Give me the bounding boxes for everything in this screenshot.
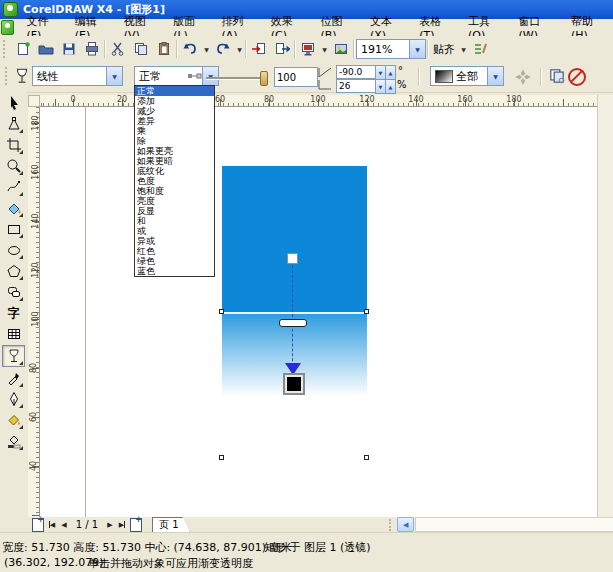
smart-fill-tool[interactable] bbox=[3, 198, 24, 218]
zoom-level-combo[interactable]: 191% ▼ bbox=[356, 39, 426, 59]
freeze-transparency-icon[interactable] bbox=[514, 68, 532, 86]
no-transparency-button[interactable] bbox=[568, 68, 586, 86]
add-page-after-icon[interactable] bbox=[130, 518, 142, 532]
shape-tool[interactable] bbox=[3, 114, 24, 134]
ellipse-tool[interactable] bbox=[3, 240, 24, 260]
next-page-button[interactable]: ▶ bbox=[104, 518, 116, 531]
copy-button[interactable] bbox=[130, 39, 152, 60]
copy-transparency-button[interactable] bbox=[548, 67, 566, 85]
welcome-screen-button[interactable] bbox=[330, 39, 352, 60]
open-button[interactable] bbox=[35, 39, 57, 60]
polygon-tool[interactable] bbox=[3, 261, 24, 281]
transparency-start-handle[interactable] bbox=[287, 253, 298, 264]
ruler-origin[interactable] bbox=[28, 95, 40, 107]
opacity-slider-track[interactable] bbox=[206, 77, 264, 80]
operation-dropdown-item[interactable]: 添加 bbox=[135, 96, 214, 106]
print-button[interactable] bbox=[81, 39, 103, 60]
transparency-operation-combo[interactable]: 正常 ▼ bbox=[134, 66, 219, 86]
export-button[interactable] bbox=[271, 39, 293, 60]
outline-tool[interactable] bbox=[3, 389, 24, 409]
options-button[interactable] bbox=[469, 39, 491, 60]
transparency-end-handle[interactable] bbox=[283, 373, 305, 395]
snap-to-button[interactable]: 贴齐 bbox=[430, 42, 458, 57]
operation-dropdown-item[interactable]: 反显 bbox=[135, 206, 214, 216]
operation-dropdown-item[interactable]: 或 bbox=[135, 226, 214, 236]
import-button[interactable] bbox=[248, 39, 270, 60]
edge-pad-spin-up[interactable]: ▲ bbox=[385, 79, 396, 94]
previous-page-button[interactable]: ◀ bbox=[58, 518, 70, 531]
standard-toolbar: ▼ ▼ ▼ 191% ▼ 贴齐 ▼ bbox=[0, 36, 613, 63]
opacity-value-field[interactable]: 100 bbox=[274, 67, 318, 87]
basic-shapes-tool[interactable] bbox=[3, 282, 24, 302]
snap-to-dropdown-arrow[interactable]: ▼ bbox=[459, 39, 468, 60]
operation-dropdown-item[interactable]: 绿色 bbox=[135, 256, 214, 266]
angle-spin-up[interactable]: ▲ bbox=[385, 65, 396, 80]
transparency-tool[interactable] bbox=[2, 345, 25, 367]
crop-tool[interactable] bbox=[3, 135, 24, 155]
operation-dropdown-item[interactable]: 正常 bbox=[135, 86, 214, 96]
chevron-down-icon[interactable]: ▼ bbox=[409, 40, 425, 58]
application-launcher-button[interactable] bbox=[297, 39, 319, 60]
selection-handle-mid-left[interactable] bbox=[219, 309, 224, 314]
angle-field[interactable]: -90.0 bbox=[336, 65, 377, 79]
selection-handle-mid-right[interactable] bbox=[364, 309, 369, 314]
table-tool[interactable] bbox=[3, 324, 24, 344]
rectangle-tool[interactable] bbox=[3, 219, 24, 239]
operation-dropdown-item[interactable]: 蓝色 bbox=[135, 266, 214, 276]
property-bar-grip[interactable] bbox=[5, 67, 10, 85]
horizontal-scrollbar-track[interactable] bbox=[415, 517, 613, 532]
paste-button[interactable] bbox=[153, 39, 175, 60]
ruler-label: 160 bbox=[31, 164, 40, 179]
application-launcher-arrow[interactable]: ▼ bbox=[320, 39, 329, 60]
chevron-down-icon[interactable]: ▼ bbox=[487, 67, 503, 85]
operation-dropdown-item[interactable]: 减少 bbox=[135, 106, 214, 116]
rectangle-object[interactable] bbox=[222, 166, 367, 312]
redo-dropdown-arrow[interactable]: ▼ bbox=[235, 39, 244, 60]
operation-dropdown-item[interactable]: 如果更暗 bbox=[135, 156, 214, 166]
operation-dropdown-item[interactable]: 底纹化 bbox=[135, 166, 214, 176]
zoom-tool[interactable] bbox=[3, 156, 24, 176]
transparency-type-combo[interactable]: 线性 ▼ bbox=[32, 66, 123, 86]
selection-handle-bottom-left[interactable] bbox=[219, 455, 224, 460]
text-tool[interactable]: 字 bbox=[3, 303, 24, 323]
toolbar-grip[interactable] bbox=[3, 40, 8, 58]
cut-button[interactable] bbox=[107, 39, 129, 60]
operation-dropdown-item[interactable]: 和 bbox=[135, 216, 214, 226]
save-button[interactable] bbox=[58, 39, 80, 60]
edge-pad-field[interactable]: 26 bbox=[336, 79, 377, 93]
first-page-button[interactable]: ◀ bbox=[46, 518, 58, 531]
operation-dropdown-item[interactable]: 差异 bbox=[135, 116, 214, 126]
transparency-target-combo[interactable]: 全部 ▼ bbox=[430, 66, 504, 86]
transparency-midpoint-slider[interactable] bbox=[279, 319, 307, 327]
operation-dropdown-item[interactable]: 异或 bbox=[135, 236, 214, 246]
drawing-canvas[interactable] bbox=[40, 107, 597, 517]
page-tab[interactable]: 页 1 bbox=[152, 517, 190, 532]
chevron-down-icon[interactable]: ▼ bbox=[202, 67, 218, 85]
scroll-left-button[interactable]: ◀ bbox=[397, 517, 414, 532]
undo-button[interactable] bbox=[179, 39, 201, 60]
selection-handle-bottom-right[interactable] bbox=[364, 455, 369, 460]
redo-button[interactable] bbox=[212, 39, 234, 60]
eyedropper-tool[interactable] bbox=[3, 368, 24, 388]
operation-dropdown-item[interactable]: 饱和度 bbox=[135, 186, 214, 196]
operation-dropdown-item[interactable]: 乘 bbox=[135, 126, 214, 136]
operation-dropdown-item[interactable]: 除 bbox=[135, 136, 214, 146]
operation-dropdown-item[interactable]: 如果更亮 bbox=[135, 146, 214, 156]
undo-dropdown-arrow[interactable]: ▼ bbox=[202, 39, 211, 60]
chevron-down-icon[interactable]: ▼ bbox=[106, 67, 122, 85]
ruler-label: 80 bbox=[29, 363, 38, 373]
operation-dropdown-item[interactable]: 色度 bbox=[135, 176, 214, 186]
opacity-slider-handle[interactable] bbox=[260, 71, 268, 86]
vertical-scrollbar[interactable] bbox=[597, 95, 613, 532]
add-page-before-icon[interactable] bbox=[32, 518, 44, 532]
new-button[interactable] bbox=[12, 39, 34, 60]
scrollbar-grip[interactable] bbox=[389, 519, 394, 531]
pick-tool[interactable] bbox=[3, 93, 24, 113]
freehand-tool[interactable] bbox=[3, 177, 24, 197]
operation-dropdown-item[interactable]: 亮度 bbox=[135, 196, 214, 206]
operation-dropdown-item[interactable]: 红色 bbox=[135, 246, 214, 256]
interactive-fill-tool[interactable] bbox=[3, 431, 24, 451]
fill-tool[interactable] bbox=[3, 410, 24, 430]
last-page-button[interactable]: ▶ bbox=[116, 518, 128, 531]
document-icon[interactable] bbox=[1, 20, 14, 35]
